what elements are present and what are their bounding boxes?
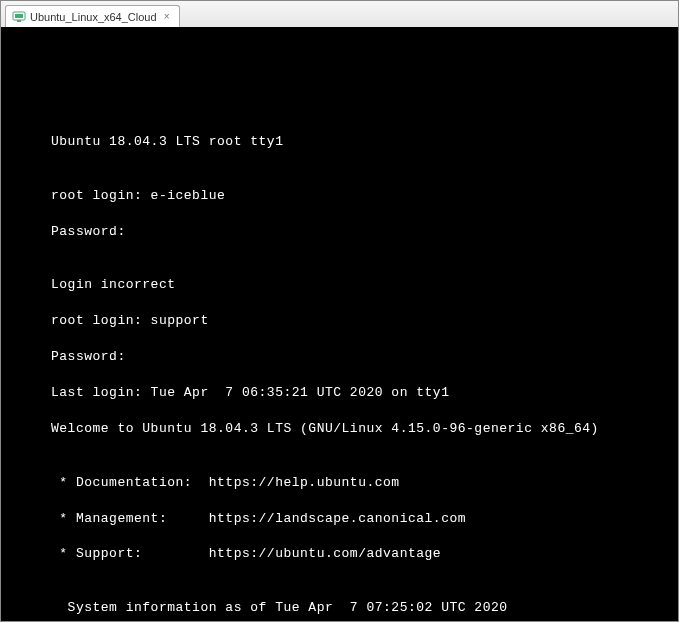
terminal-output[interactable]: Ubuntu 18.04.3 LTS root tty1 root login:… xyxy=(1,27,678,621)
term-line: Login incorrect xyxy=(51,276,666,294)
term-line: Password: xyxy=(51,223,666,241)
term-line: Ubuntu 18.04.3 LTS root tty1 xyxy=(51,133,666,151)
term-line: root login: e-iceblue xyxy=(51,187,666,205)
term-line: Last login: Tue Apr 7 06:35:21 UTC 2020 … xyxy=(51,384,666,402)
term-line: Welcome to Ubuntu 18.04.3 LTS (GNU/Linux… xyxy=(51,420,666,438)
svg-rect-1 xyxy=(15,14,23,18)
tab-title: Ubuntu_Linux_x64_Cloud xyxy=(30,11,157,23)
terminal-body: Ubuntu 18.04.3 LTS root tty1 root login:… xyxy=(13,73,666,621)
term-line: * Management: https://landscape.canonica… xyxy=(51,510,666,528)
svg-rect-2 xyxy=(17,20,21,22)
close-icon[interactable]: × xyxy=(161,11,173,23)
tab-active[interactable]: Ubuntu_Linux_x64_Cloud × xyxy=(5,5,180,27)
term-line: root login: support xyxy=(51,312,666,330)
term-line: * Documentation: https://help.ubuntu.com xyxy=(51,474,666,492)
vm-window: Ubuntu_Linux_x64_Cloud × Ubuntu 18.04.3 … xyxy=(0,0,679,622)
tab-bar: Ubuntu_Linux_x64_Cloud × xyxy=(1,1,678,27)
term-line: Password: xyxy=(51,348,666,366)
vm-icon xyxy=(12,11,26,23)
term-line: * Support: https://ubuntu.com/advantage xyxy=(51,545,666,563)
term-line: System information as of Tue Apr 7 07:25… xyxy=(51,599,666,617)
